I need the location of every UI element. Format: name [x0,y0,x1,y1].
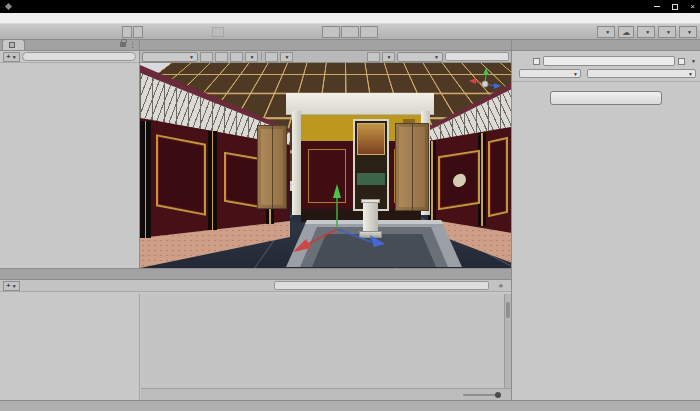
create-object-button[interactable]: +▼ [3,52,20,62]
scene-camera-dropdown[interactable]: ▼ [382,52,395,62]
layer-dropdown[interactable]: ▼ [587,69,696,78]
gizmos-dropdown[interactable]: ▼ [397,52,443,62]
handle-space-button[interactable] [133,26,143,38]
back-entablature [286,93,434,115]
marble-pedestal [363,201,378,233]
layers-dropdown[interactable]: ▼ [658,26,676,38]
project-searchbox[interactable] [274,281,489,290]
pedestal-cap [361,199,380,203]
hierarchy-searchbox[interactable] [22,52,136,61]
2d-toggle-button[interactable] [200,52,213,62]
hierarchy-search-input[interactable] [28,53,132,61]
lock-icon[interactable] [120,42,126,47]
gold-frame-panel [156,134,206,216]
close-button[interactable]: × [690,2,695,11]
tab-hierarchy[interactable] [2,39,25,50]
step-button[interactable] [360,26,378,38]
wooden-door [257,125,287,209]
left-pilaster [208,131,217,230]
asset-grid-scrollbar[interactable] [504,294,511,388]
scene-audio-button[interactable] [230,52,243,62]
scene-toolbar: ▼ ▼ ▼ ▼ ▼ [140,51,511,63]
cloud-services-button[interactable]: ☁ [618,26,634,38]
create-asset-button[interactable]: +▼ [3,281,20,291]
project-toolbar: +▼ ★ [0,280,511,292]
scene-search-input[interactable] [451,53,505,61]
play-button[interactable] [322,26,340,38]
pivot-mode-button[interactable] [122,26,132,38]
unity-app-icon [5,3,12,10]
statusbar [0,400,700,411]
account-dropdown[interactable]: ▼ [637,26,655,38]
cloud-icon: ☁ [622,28,630,37]
object-name-field[interactable] [543,56,675,66]
project-tabbar [0,269,511,280]
hierarchy-tab-icon [9,42,15,48]
hierarchy-panel: ⋮ +▼ [0,40,140,268]
static-checkbox[interactable] [678,58,685,65]
saved-search-button[interactable]: ★ [498,282,504,290]
scene-searchbox[interactable] [445,52,509,61]
back-column [292,111,301,215]
inspector-panel: ▼ ▼ ▼ [512,40,700,400]
titlebar: × [0,0,700,13]
gameobject-cube-icon [516,55,530,67]
collab-dropdown[interactable]: ▼ [597,26,615,38]
minimize-button[interactable] [654,6,660,7]
project-bottom-bar [141,388,511,400]
project-folder-tree [0,294,140,400]
asset-grid [141,305,504,306]
menubar [0,13,700,24]
pause-button[interactable] [341,26,359,38]
project-panel: +▼ ★ [0,268,512,400]
unity-editor-window: × ▼ ☁ ▼ [0,0,700,411]
inspector-tabbar [512,40,700,51]
panel-menu-icon[interactable]: ⋮ [129,41,136,48]
pedestal-base [359,231,382,238]
active-checkbox[interactable] [533,58,540,65]
layout-dropdown[interactable]: ▼ [679,26,697,38]
back-maroon-wall [301,141,353,211]
draw-mode-dropdown[interactable]: ▼ [142,52,198,62]
main-toolbar: ▼ ☁ ▼ ▼ ▼ [0,24,700,40]
back-doorway [353,119,389,211]
static-dropdown-icon[interactable]: ▼ [691,58,696,64]
icon-size-slider[interactable] [463,394,499,396]
scene-tabbar [140,40,511,51]
collab-sync-icon[interactable] [212,27,224,37]
scene-effects-dropdown[interactable]: ▼ [245,52,258,62]
scene-viewport[interactable] [140,63,511,268]
grid-visibility-dropdown[interactable]: ▼ [280,52,293,62]
left-pilaster [140,121,151,238]
asset-browser [141,294,504,388]
maximize-button[interactable] [672,4,678,10]
gold-frame-medallion [438,150,480,211]
scene-panel: ▼ ▼ ▼ ▼ ▼ [140,40,512,268]
scene-lighting-button[interactable] [215,52,228,62]
scene-orientation-gizmo[interactable] [467,67,503,103]
breadcrumb [141,294,504,305]
star-icon: ★ [498,282,504,290]
scene-visibility-button[interactable] [265,52,278,62]
tag-dropdown[interactable]: ▼ [519,69,581,78]
fresco-painting [357,123,385,155]
gold-frame-panel [488,137,508,217]
wooden-door [395,123,429,211]
project-search-input[interactable] [280,282,485,290]
component-tools-button[interactable] [367,52,380,62]
add-component-button[interactable] [550,91,662,105]
green-bench [357,173,385,185]
